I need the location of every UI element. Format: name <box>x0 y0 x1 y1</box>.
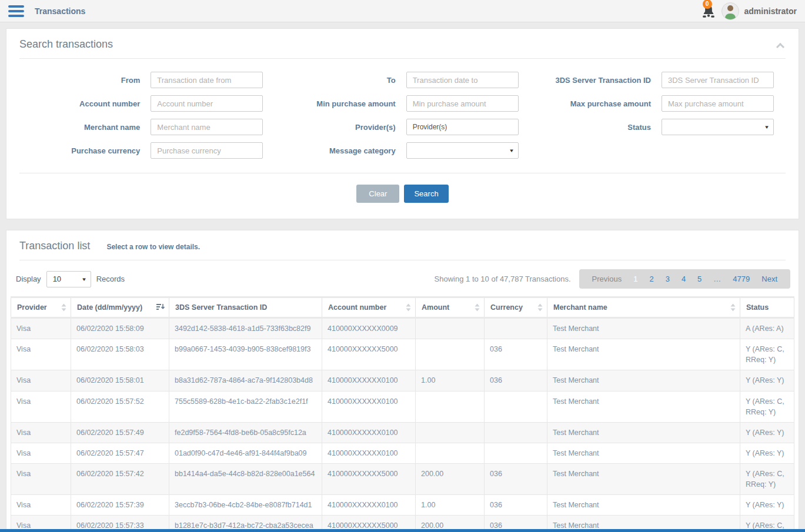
message-category-select[interactable] <box>406 142 519 159</box>
3ds-server-transaction-id-cell: 3eccb7b3-06be-4cb2-84be-e8087fb714d1 <box>169 495 322 516</box>
status-label: Status <box>530 123 651 132</box>
column-label: Date (dd/mm/yyyy) <box>77 303 142 312</box>
merchant-name-cell: Test Merchant <box>547 318 740 339</box>
3ds-server-transaction-id-cell: b8a31d62-787a-4864-ac7a-9f142803b4d8 <box>169 370 322 391</box>
account-number-cell: 410000XXXXXX0100 <box>322 370 416 391</box>
min-purchase-amount-input[interactable] <box>406 95 519 112</box>
status-cell: Y (ARes: Y) <box>740 443 794 463</box>
table-row[interactable]: Visa06/02/2020 15:57:393eccb7b3-06be-4cb… <box>11 495 794 516</box>
3ds-server-transaction-id-cell: 01ad0f90-c47d-4e46-af91-844f4af9ba09 <box>169 443 322 463</box>
transaction-list-panel: Transaction list Select a row to view de… <box>6 230 799 532</box>
status-cell: Y (ARes: Y) <box>740 370 794 391</box>
date-dd-mm-yyyy-cell: 06/02/2020 15:57:42 <box>71 464 169 495</box>
pagination-pages: 12345…4779 <box>627 275 756 283</box>
search-button[interactable]: Search <box>404 185 448 203</box>
table-row[interactable]: Visa06/02/2020 15:57:42bb1414a4-da5e-44c… <box>11 464 794 495</box>
date-dd-mm-yyyy-cell: 06/02/2020 15:58:01 <box>71 370 169 391</box>
status-cell: Y (ARes: C, RReq: Y) <box>740 391 794 422</box>
column-label: Currency <box>490 303 523 312</box>
pagination-page-4779[interactable]: 4779 <box>727 275 756 283</box>
table-row[interactable]: Visa06/02/2020 15:57:49fe2d9f58-7564-4fd… <box>11 422 794 443</box>
3ds-server-transaction-id-cell: bb1414a4-da5e-44c8-b82d-828e00a1e564 <box>169 464 322 495</box>
table-row[interactable]: Visa06/02/2020 15:57:52755c5589-628b-4e1… <box>11 391 794 422</box>
search-panel-title: Search transactions <box>19 38 113 51</box>
username[interactable]: administrator <box>744 6 797 16</box>
currency-cell: 036 <box>485 339 547 370</box>
sort-descending-icon <box>156 304 165 311</box>
3ds-server-transaction-id-input[interactable] <box>662 72 774 88</box>
user-avatar[interactable] <box>722 2 739 20</box>
merchant-name-cell: Test Merchant <box>547 495 740 516</box>
3ds-server-transaction-id-cell: 3492d142-5838-4618-a1d5-733f63bc82f9 <box>169 318 322 339</box>
account-number-column-header[interactable]: Account number <box>322 297 416 318</box>
provider-cell: Visa <box>11 370 71 391</box>
merchant-name-column-header[interactable]: Merchant name <box>547 297 740 318</box>
account-number-cell: 410000XXXXXX5000 <box>322 464 416 495</box>
merchant-name-label: Merchant name <box>19 123 140 132</box>
currency-cell <box>485 391 547 422</box>
from-label: From <box>19 76 140 85</box>
3ds-server-transaction-id-label: 3DS Server Transaction ID <box>530 76 651 85</box>
date-dd-mm-yyyy-cell: 06/02/2020 15:57:47 <box>71 443 169 463</box>
status-column-header: Status <box>740 297 794 318</box>
sort-icon <box>406 304 411 312</box>
purchase-currency-label: Purchase currency <box>19 146 140 155</box>
account-number-cell: 410000XXXXXX0100 <box>322 443 416 463</box>
notifications-button[interactable]: 0 <box>701 4 716 19</box>
table-row[interactable]: Visa06/02/2020 15:58:093492d142-5838-461… <box>11 318 794 339</box>
max-purchase-amount-input[interactable] <box>662 95 774 112</box>
to-label: To <box>275 76 395 85</box>
table-row[interactable]: Visa06/02/2020 15:58:01b8a31d62-787a-486… <box>11 370 794 391</box>
menu-icon[interactable] <box>8 5 24 17</box>
purchase-currency-input[interactable] <box>151 142 263 159</box>
3ds-server-transaction-id-cell: 755c5589-628b-4e1c-ba22-2fab3c1e2f1f <box>169 391 322 422</box>
records-per-page-select[interactable]: 10 <box>46 271 91 287</box>
table-row[interactable]: Visa06/02/2020 15:58:03b99a0667-1453-403… <box>11 339 794 370</box>
account-number-cell: 410000XXXXXX0009 <box>322 318 416 339</box>
status-select[interactable] <box>662 119 774 135</box>
pagination-page-4[interactable]: 4 <box>676 275 692 283</box>
sort-icon <box>475 304 480 312</box>
transactions-table: ProviderDate (dd/mm/yyyy)3DS Server Tran… <box>11 296 794 532</box>
provider-cell: Visa <box>11 495 71 516</box>
pagination-previous[interactable]: Previous <box>586 275 628 283</box>
date-dd-mm-yyyy-cell: 06/02/2020 15:57:39 <box>71 495 169 516</box>
merchant-name-input[interactable] <box>151 119 263 135</box>
provider-cell: Visa <box>11 422 71 443</box>
sort-icon <box>730 304 736 312</box>
pagination-page-3[interactable]: 3 <box>660 275 676 283</box>
pagination-next[interactable]: Next <box>756 275 783 283</box>
amount-cell <box>416 318 485 339</box>
pagination-page-5[interactable]: 5 <box>692 275 707 283</box>
provider-cell: Visa <box>11 464 71 495</box>
pagination-page-1[interactable]: 1 <box>627 275 643 283</box>
provider-column-header[interactable]: Provider <box>11 297 71 318</box>
account-number-label: Account number <box>19 99 140 108</box>
merchant-name-cell: Test Merchant <box>547 422 740 443</box>
amount-cell <box>416 422 485 443</box>
provider-s-label: Provider(s) <box>275 123 395 132</box>
pagination-page-2[interactable]: 2 <box>643 275 659 283</box>
merchant-name-cell: Test Merchant <box>547 391 740 422</box>
amount-cell <box>416 339 485 370</box>
pagination-ellipsis: … <box>707 275 727 283</box>
provider-s-input[interactable]: Provider(s) <box>406 119 519 135</box>
currency-column-header[interactable]: Currency <box>485 297 547 318</box>
date-dd-mm-yyyy-column-header[interactable]: Date (dd/mm/yyyy) <box>71 297 169 318</box>
clear-button[interactable]: Clear <box>356 185 399 203</box>
pagination: Previous 12345…4779 Next <box>579 269 790 289</box>
account-number-input[interactable] <box>151 95 263 112</box>
records-label: Records <box>96 275 125 283</box>
from-input[interactable] <box>151 72 263 88</box>
table-row[interactable]: Visa06/02/2020 15:57:4701ad0f90-c47d-4e4… <box>11 443 794 463</box>
amount-cell: 200.00 <box>416 464 485 495</box>
column-label: Account number <box>328 303 386 312</box>
page-title: Transactions <box>35 6 85 16</box>
message-category-label: Message category <box>275 146 395 155</box>
amount-column-header[interactable]: Amount <box>416 297 485 318</box>
provider-s-placeholder: Provider(s) <box>413 123 447 131</box>
account-number-cell: 410000XXXXXX0100 <box>322 495 416 516</box>
to-input[interactable] <box>406 72 519 88</box>
merchant-name-cell: Test Merchant <box>547 339 740 370</box>
bottom-accent-bar <box>0 529 805 532</box>
